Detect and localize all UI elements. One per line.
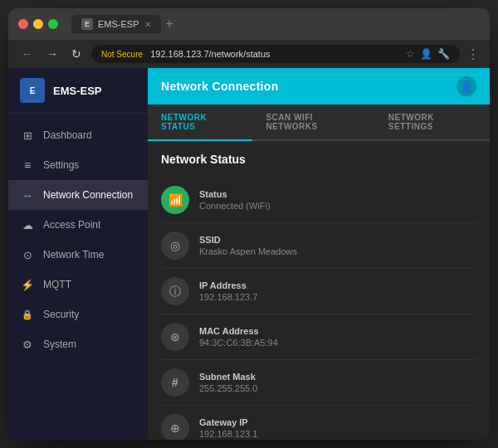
sidebar-item-security[interactable]: Security: [8, 299, 148, 329]
forward-button[interactable]: →: [43, 46, 61, 62]
status-value-subnet: 255.255.255.0: [199, 382, 476, 394]
bookmark-icon[interactable]: ☆: [406, 48, 415, 60]
wifi-connected-icon: [168, 192, 183, 207]
status-info-gateway: Gateway IP 192.168.123.1: [199, 416, 476, 440]
url-bar[interactable]: Not Secure 192.168.123.7/network/status …: [91, 45, 460, 63]
status-value-ssid: Krasko Aspen Meadows: [199, 246, 476, 257]
status-label-ip: IP Address: [199, 280, 476, 291]
gateway-icon: [170, 421, 180, 436]
page-header: Network Connection 👤: [148, 68, 490, 105]
status-value-mac: 94:3C:C6:3B:A5:94: [199, 337, 476, 348]
traffic-lights: [18, 19, 58, 29]
address-bar: ← → ↻ Not Secure 192.168.123.7/network/s…: [8, 40, 490, 68]
system-icon: [20, 337, 35, 352]
status-info-ssid: SSID Krasko Aspen Meadows: [199, 234, 476, 258]
browser-window: E EMS-ESP ✕ + ← → ↻ Not Secure 192.168.1…: [8, 8, 490, 440]
status-info-ip: IP Address 192.168.123.7: [199, 280, 476, 304]
tab-network-settings[interactable]: NETWORK SETTINGS: [375, 105, 490, 139]
new-tab-button[interactable]: +: [166, 17, 173, 32]
sidebar-label-network-time: Network Time: [43, 249, 104, 261]
reload-button[interactable]: ↻: [68, 46, 85, 62]
status-label-subnet: Subnet Mask: [199, 371, 476, 382]
sidebar-item-mqtt[interactable]: MQTT: [8, 270, 148, 299]
status-label-gateway: Gateway IP: [199, 416, 476, 428]
status-value-gateway: 192.168.123.1: [199, 428, 476, 440]
url-path: 192.168.123.7/network/status: [150, 49, 270, 59]
security-icon: [20, 307, 35, 322]
sidebar-label-network: Network Connection: [43, 189, 133, 201]
mac-icon: [170, 329, 180, 344]
network-icon: [20, 187, 35, 202]
back-button[interactable]: ←: [18, 46, 37, 62]
status-label-ssid: SSID: [199, 234, 476, 246]
sidebar-label-security: Security: [43, 309, 79, 320]
sidebar-label-system: System: [43, 338, 76, 350]
status-label-status: Status: [199, 188, 476, 200]
content-tabs: NETWORK STATUS SCAN WIFI NETWORKS NETWOR…: [148, 105, 490, 141]
status-info-mac: MAC Address 94:3C:C6:3B:A5:94: [199, 325, 476, 349]
status-list: Status Connected (WiFi) SSID Krasko Aspe…: [161, 178, 476, 440]
section-title: Network Status: [161, 153, 476, 166]
sidebar-label-mqtt: MQTT: [43, 279, 71, 290]
app-logo: E: [20, 78, 45, 103]
tab-scan-wifi[interactable]: SCAN WIFI NETWORKS: [252, 105, 374, 139]
ip-icon: [169, 284, 181, 299]
status-icon-ssid: [161, 231, 189, 260]
status-value-ip: 192.168.123.7: [199, 291, 476, 303]
minimize-button[interactable]: [33, 19, 43, 29]
browser-menu-button[interactable]: ⋮: [466, 46, 480, 62]
sidebar-item-network[interactable]: Network Connection: [8, 180, 148, 210]
dashboard-icon: [20, 128, 35, 143]
sidebar-item-settings[interactable]: Settings: [8, 150, 148, 180]
status-item-subnet: Subnet Mask 255.255.255.0: [161, 360, 476, 406]
status-item-status: Status Connected (WiFi): [161, 178, 476, 223]
user-icon[interactable]: 👤: [456, 76, 476, 96]
not-secure-indicator: Not Secure: [101, 50, 143, 59]
mqtt-icon: [20, 277, 35, 292]
time-icon: [20, 247, 35, 262]
sidebar-label-settings: Settings: [43, 159, 79, 171]
status-icon-subnet: [161, 368, 189, 397]
status-info-subnet: Subnet Mask 255.255.255.0: [199, 371, 476, 395]
status-icon-gateway: [161, 414, 189, 440]
sidebar-label-dashboard: Dashboard: [43, 129, 92, 141]
status-icon-ip: [161, 277, 189, 305]
main-content: Network Connection 👤 NETWORK STATUS SCAN…: [148, 68, 490, 440]
sidebar-item-system[interactable]: System: [8, 329, 148, 359]
app-layout: E EMS-ESP Dashboard Settings Network Con…: [8, 68, 490, 440]
sidebar: E EMS-ESP Dashboard Settings Network Con…: [8, 68, 148, 440]
sidebar-label-access-point: Access Point: [43, 219, 100, 231]
tab-favicon: E: [81, 18, 93, 30]
status-value-status: Connected (WiFi): [199, 200, 476, 212]
settings-icon: [20, 158, 35, 173]
close-button[interactable]: [18, 19, 28, 29]
sidebar-item-network-time[interactable]: Network Time: [8, 240, 148, 270]
sidebar-nav: Dashboard Settings Network Connection Ac…: [8, 114, 148, 366]
sidebar-item-access-point[interactable]: Access Point: [8, 210, 148, 240]
status-icon-status: [161, 186, 189, 214]
status-item-ssid: SSID Krasko Aspen Meadows: [161, 223, 476, 269]
app-name: EMS-ESP: [53, 85, 102, 97]
url-text: Not Secure 192.168.123.7/network/status: [101, 49, 271, 59]
extension-icon[interactable]: 🔧: [437, 48, 450, 60]
ssid-icon: [170, 238, 180, 253]
status-item-mac: MAC Address 94:3C:C6:3B:A5:94: [161, 314, 476, 360]
sidebar-item-dashboard[interactable]: Dashboard: [8, 120, 148, 150]
tab-bar: E EMS-ESP ✕ +: [71, 15, 480, 33]
access-point-icon: [20, 217, 35, 232]
tab-close-button[interactable]: ✕: [144, 20, 151, 29]
tab-network-status[interactable]: NETWORK STATUS: [148, 105, 252, 141]
profile-icon[interactable]: 👤: [420, 48, 432, 60]
content-area: Network Status Status Connected (WiFi): [148, 141, 490, 440]
subnet-icon: [172, 375, 178, 390]
status-item-ip: IP Address 192.168.123.7: [161, 269, 476, 314]
sidebar-header: E EMS-ESP: [8, 68, 148, 114]
status-item-gateway: Gateway IP 192.168.123.1: [161, 406, 476, 440]
browser-tab[interactable]: E EMS-ESP ✕: [71, 15, 161, 33]
maximize-button[interactable]: [48, 19, 58, 29]
status-icon-mac: [161, 323, 189, 351]
page-title: Network Connection: [161, 80, 279, 93]
url-action-icons: ☆ 👤 🔧: [406, 48, 450, 60]
title-bar: E EMS-ESP ✕ +: [8, 8, 490, 40]
tab-label: EMS-ESP: [98, 19, 139, 29]
